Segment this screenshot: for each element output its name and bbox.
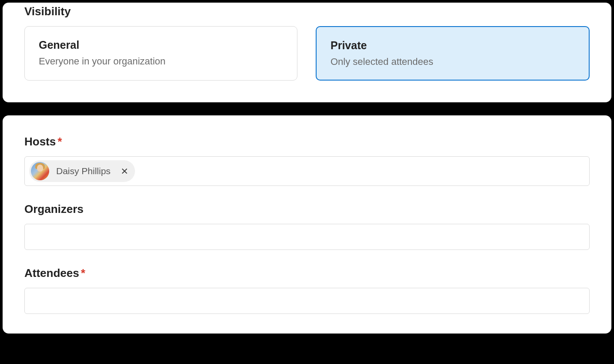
attendees-label: Attendees* [24, 266, 590, 280]
attendees-input-box[interactable] [24, 288, 590, 314]
organizers-label: Organizers [24, 202, 590, 216]
hosts-field: Hosts* Daisy Phillips [24, 135, 590, 186]
section-gap [0, 102, 614, 115]
organizers-label-text: Organizers [24, 202, 84, 216]
remove-chip-button[interactable] [120, 167, 129, 175]
attendees-input[interactable] [29, 292, 585, 310]
chip-name: Daisy Phillips [54, 166, 113, 176]
visibility-options: General Everyone in your organization Pr… [24, 26, 590, 81]
hosts-input[interactable] [138, 162, 585, 180]
option-title: Private [331, 39, 575, 52]
hosts-label: Hosts* [24, 135, 590, 148]
close-icon [121, 167, 128, 175]
people-section: Hosts* Daisy Phillips Organizers Att [3, 115, 611, 334]
option-desc: Everyone in your organization [39, 56, 283, 67]
avatar [31, 162, 49, 180]
attendees-field: Attendees* [24, 266, 590, 314]
hosts-label-text: Hosts [24, 135, 56, 148]
required-indicator: * [57, 135, 62, 148]
attendees-label-text: Attendees [24, 266, 79, 280]
option-desc: Only selected attendees [331, 56, 575, 67]
organizers-field: Organizers [24, 202, 590, 250]
organizers-input-box[interactable] [24, 224, 590, 250]
visibility-option-general[interactable]: General Everyone in your organization [24, 26, 297, 81]
visibility-title: Visibility [24, 5, 590, 18]
option-title: General [39, 39, 283, 51]
organizers-input[interactable] [29, 228, 585, 246]
visibility-option-private[interactable]: Private Only selected attendees [316, 26, 590, 81]
visibility-section: Visibility General Everyone in your orga… [3, 3, 611, 102]
hosts-input-box[interactable]: Daisy Phillips [24, 156, 590, 186]
host-chip: Daisy Phillips [29, 160, 135, 182]
required-indicator: * [81, 266, 85, 280]
